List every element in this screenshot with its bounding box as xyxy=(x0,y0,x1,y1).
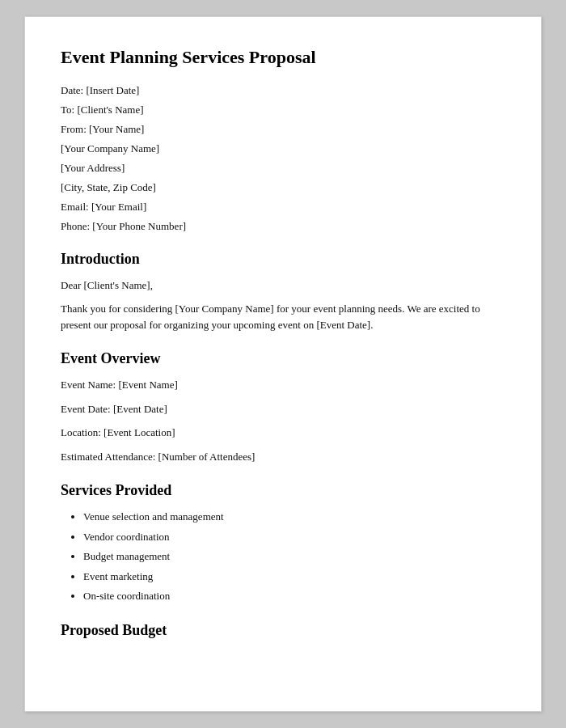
introduction-body: Thank you for considering [Your Company … xyxy=(61,301,505,332)
list-item: Venue selection and management xyxy=(83,509,505,525)
meta-to: To: [Client's Name] xyxy=(61,104,505,116)
introduction-salutation: Dear [Client's Name], xyxy=(61,277,505,294)
proposed-budget-heading: Proposed Budget xyxy=(61,622,505,639)
meta-city: [City, State, Zip Code] xyxy=(61,181,505,194)
document-container: Event Planning Services Proposal Date: [… xyxy=(24,16,542,712)
event-attendance: Estimated Attendance: [Number of Attende… xyxy=(61,449,505,465)
meta-phone: Phone: [Your Phone Number] xyxy=(61,220,505,233)
list-item: Event marketing xyxy=(83,569,505,585)
meta-from: From: [Your Name] xyxy=(61,123,505,136)
event-date: Event Date: [Event Date] xyxy=(61,401,505,417)
event-overview-heading: Event Overview xyxy=(61,350,505,367)
meta-date: Date: [Insert Date] xyxy=(61,84,505,97)
services-provided-heading: Services Provided xyxy=(61,482,505,499)
list-item: Vendor coordination xyxy=(83,529,505,545)
list-item: Budget management xyxy=(83,548,505,565)
meta-email: Email: [Your Email] xyxy=(61,201,505,214)
event-location: Location: [Event Location] xyxy=(61,425,505,441)
introduction-heading: Introduction xyxy=(61,251,505,268)
meta-company: [Your Company Name] xyxy=(61,142,505,155)
document-title: Event Planning Services Proposal xyxy=(61,46,505,70)
list-item: On-site coordination xyxy=(83,588,505,604)
meta-address: [Your Address] xyxy=(61,162,505,175)
services-list: Venue selection and managementVendor coo… xyxy=(61,509,505,604)
event-name: Event Name: [Event Name] xyxy=(61,377,505,393)
